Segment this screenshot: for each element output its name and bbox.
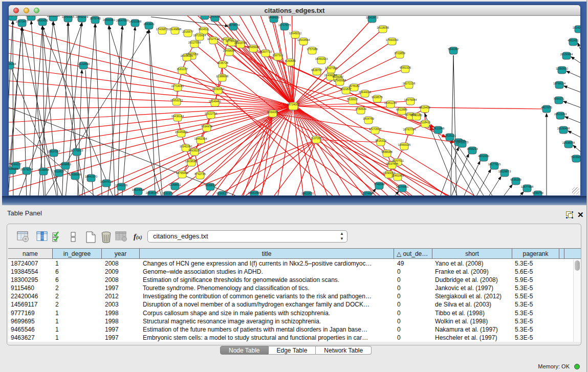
svg-text:7031971: 7031971 [162, 192, 173, 195]
svg-text:8829459: 8829459 [419, 106, 430, 109]
svg-text:3784504: 3784504 [355, 107, 366, 111]
svg-text:13765491: 13765491 [176, 171, 188, 174]
svg-text:10460025: 10460025 [398, 143, 410, 146]
svg-text:17656906: 17656906 [69, 173, 81, 176]
svg-text:20364361: 20364361 [103, 18, 115, 21]
svg-text:21461909: 21461909 [391, 174, 404, 177]
svg-text:18724007: 18724007 [287, 103, 299, 106]
svg-text:1404769: 1404769 [363, 117, 374, 120]
svg-text:5154104: 5154104 [26, 16, 36, 17]
svg-text:7118411: 7118411 [420, 121, 431, 124]
svg-text:8490656: 8490656 [37, 19, 48, 22]
svg-text:6099754: 6099754 [532, 191, 543, 194]
svg-text:8783180: 8783180 [411, 114, 422, 117]
svg-text:21433273: 21433273 [456, 141, 468, 144]
svg-text:3075745: 3075745 [90, 17, 100, 20]
svg-text:2315577: 2315577 [182, 30, 193, 33]
svg-text:20767704: 20767704 [403, 128, 416, 131]
svg-text:3746598: 3746598 [374, 183, 384, 186]
svg-text:17272648: 17272648 [369, 127, 381, 130]
svg-text:20227559: 20227559 [188, 41, 201, 44]
svg-text:16206344: 16206344 [9, 62, 16, 65]
svg-text:15149848: 15149848 [169, 28, 181, 31]
svg-text:11074688: 11074688 [361, 192, 374, 195]
svg-text:18622670: 18622670 [301, 192, 314, 195]
svg-text:15029873: 15029873 [498, 170, 511, 173]
svg-text:22438378: 22438378 [562, 141, 575, 144]
svg-text:13495588: 13495588 [9, 167, 18, 170]
svg-text:15953222: 15953222 [170, 99, 183, 102]
svg-text:11541029: 11541029 [115, 184, 127, 187]
svg-text:3307301: 3307301 [272, 54, 283, 57]
svg-text:2983419: 2983419 [9, 16, 18, 17]
svg-text:20156684: 20156684 [560, 53, 573, 56]
svg-text:19725914: 19725914 [193, 34, 206, 37]
svg-text:4269227: 4269227 [10, 163, 21, 166]
svg-text:10549441: 10549441 [209, 100, 221, 103]
svg-text:14118095: 14118095 [377, 26, 389, 29]
svg-text:11350932: 11350932 [556, 67, 568, 70]
svg-text:3456213: 3456213 [467, 147, 477, 150]
svg-text:17665640: 17665640 [247, 46, 259, 49]
svg-text:14351230: 14351230 [384, 101, 397, 104]
svg-text:16908100: 16908100 [181, 54, 193, 57]
svg-text:5468605: 5468605 [268, 16, 279, 19]
svg-text:5594478: 5594478 [201, 125, 212, 128]
svg-text:8321837: 8321837 [340, 87, 351, 91]
svg-text:2563055: 2563055 [209, 16, 220, 18]
svg-text:21770515: 21770515 [71, 149, 83, 152]
svg-text:3106848: 3106848 [38, 168, 49, 171]
svg-text:3035728: 3035728 [217, 61, 228, 64]
svg-text:22714041: 22714041 [171, 84, 184, 87]
svg-text:19436144: 19436144 [171, 115, 184, 118]
svg-text:15445909: 15445909 [175, 130, 187, 134]
svg-text:14935038: 14935038 [188, 149, 201, 152]
svg-text:20458054: 20458054 [223, 49, 235, 52]
svg-text:19142407: 19142407 [573, 26, 580, 29]
svg-text:14310388: 14310388 [129, 20, 141, 23]
svg-text:12927396: 12927396 [325, 67, 337, 70]
svg-text:18841570: 18841570 [85, 175, 97, 178]
svg-text:16491923: 16491923 [315, 57, 328, 60]
svg-text:7064171: 7064171 [553, 97, 564, 100]
svg-text:16072228: 16072228 [403, 82, 415, 85]
svg-text:8742735: 8742735 [194, 172, 205, 176]
svg-text:19379254: 19379254 [20, 168, 33, 171]
svg-text:2663941: 2663941 [143, 23, 154, 26]
svg-text:10644615: 10644615 [359, 91, 371, 94]
svg-text:12525131: 12525131 [444, 134, 456, 137]
svg-text:15347616: 15347616 [100, 180, 113, 183]
svg-text:7910827: 7910827 [53, 170, 64, 173]
svg-text:1757086: 1757086 [307, 48, 317, 51]
svg-text:20515263: 20515263 [554, 113, 567, 116]
svg-text:19973477: 19973477 [16, 20, 28, 23]
svg-text:1137358: 1137358 [311, 137, 321, 140]
svg-text:3703859: 3703859 [394, 52, 405, 55]
svg-text:2999883: 2999883 [60, 163, 71, 166]
svg-text:10342260: 10342260 [180, 145, 192, 148]
svg-text:4457975: 4457975 [541, 106, 552, 109]
svg-text:17406879: 17406879 [156, 28, 168, 31]
svg-text:5840397: 5840397 [448, 48, 459, 51]
svg-text:4140560: 4140560 [285, 59, 295, 62]
svg-text:12477488: 12477488 [521, 185, 533, 188]
svg-text:10717675: 10717675 [278, 24, 291, 27]
svg-text:17613348: 17613348 [432, 127, 444, 130]
svg-text:6912885: 6912885 [396, 108, 407, 111]
svg-text:17660000: 17660000 [386, 38, 398, 41]
svg-text:19462304: 19462304 [194, 137, 207, 140]
svg-text:20392657: 20392657 [212, 87, 224, 91]
svg-text:4952451: 4952451 [568, 39, 578, 42]
svg-text:20274461: 20274461 [396, 185, 408, 188]
svg-text:20647509: 20647509 [116, 19, 128, 22]
svg-text:20166438: 20166438 [557, 127, 570, 130]
svg-text:22160294: 22160294 [47, 16, 59, 17]
svg-text:13132690: 13132690 [77, 62, 90, 65]
svg-text:9308575: 9308575 [372, 96, 382, 99]
svg-text:3181037: 3181037 [177, 68, 187, 71]
svg-text:3604511: 3604511 [198, 28, 209, 31]
svg-text:10322734: 10322734 [205, 112, 217, 115]
svg-text:19678574: 19678574 [227, 24, 239, 27]
svg-text:20648195: 20648195 [146, 191, 158, 194]
svg-text:11527619: 11527619 [207, 37, 220, 40]
